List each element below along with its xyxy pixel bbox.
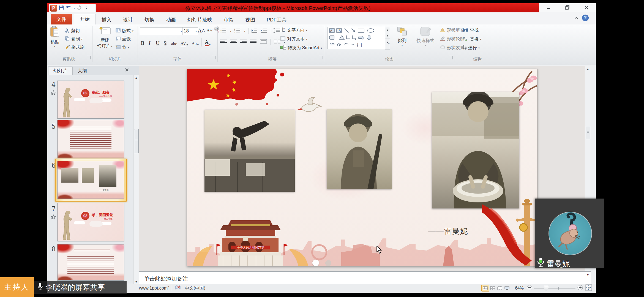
text-shadow-button[interactable]: S [163, 38, 167, 47]
align-left-icon[interactable] [220, 39, 227, 45]
tab-review[interactable]: 审阅 [218, 15, 239, 24]
text-direction-button[interactable]: A 文字方向▾ [280, 27, 307, 34]
slide-progress-dot[interactable] [325, 260, 331, 266]
strikethrough-button[interactable]: abc [171, 38, 177, 47]
scrollbar-thumb[interactable] [586, 126, 590, 139]
collapse-ribbon-icon[interactable] [574, 16, 579, 21]
zoom-slider[interactable] [534, 285, 575, 291]
tab-outline-pane[interactable]: 大纲 [73, 67, 92, 75]
align-right-icon[interactable] [240, 39, 247, 45]
gallery-up-icon[interactable]: ▲ [385, 27, 390, 33]
cut-button[interactable]: 剪切 [65, 27, 80, 34]
scroll-up-icon[interactable]: ▲ [585, 66, 591, 72]
spell-check-icon[interactable] [175, 285, 181, 292]
shapes-gallery[interactable]: A A [328, 27, 385, 49]
line-spacing-icon[interactable] [273, 28, 280, 34]
font-size-combo[interactable]: 18▾ [182, 27, 198, 35]
gallery-down-icon[interactable]: ▼ [385, 33, 390, 38]
title-bar[interactable]: P ▾ ▾ 微立体风格学习雷锋精神宣传活动ppt模板 - Microsoft P… [47, 3, 596, 12]
select-button[interactable]: 选择▾ [462, 44, 480, 51]
new-slide-button[interactable]: 新建 幻灯片 ▾ [96, 26, 114, 49]
reading-view-button[interactable] [496, 285, 503, 291]
slides-panel-scrollbar[interactable]: ▲ ▼ [133, 75, 139, 284]
find-button[interactable]: 查找 [462, 27, 479, 34]
format-painter-button[interactable]: 格式刷 [65, 44, 84, 51]
help-icon[interactable]: ? [582, 15, 589, 21]
scrollbar-thumb[interactable] [134, 129, 139, 153]
underline-button[interactable]: U [156, 38, 160, 47]
increase-font-size-icon[interactable]: A˄ [198, 27, 205, 34]
slide-sorter-view-button[interactable] [489, 285, 496, 291]
tab-animations[interactable]: 动画 [160, 15, 182, 24]
slide-7-thumbnail[interactable]: 03 孝、爱国爱党 ——第三小组 [57, 203, 124, 241]
close-pane-icon[interactable] [125, 68, 129, 73]
tab-insert[interactable]: 插入 [96, 15, 117, 24]
participant-mic-icon[interactable] [536, 257, 545, 269]
slide-progress-dot-active[interactable] [312, 260, 319, 266]
change-case-button[interactable]: Aa▾ [192, 38, 199, 47]
font-dialog-launcher-icon[interactable] [212, 56, 215, 59]
participant-video-tile[interactable]: 雷曼妮 [535, 199, 604, 268]
photo-leifeng-rifle-portrait[interactable] [327, 109, 392, 189]
tab-pdf-tools[interactable]: PDF工具 [261, 15, 292, 24]
slide-6-canvas[interactable]: ——雷曼妮 [187, 69, 537, 266]
slide-6-thumbnail[interactable]: ——雷曼妮 [57, 161, 124, 199]
slide-5-thumbnail[interactable] [57, 120, 124, 158]
slide-8-thumbnail[interactable] [57, 244, 124, 280]
bold-button[interactable]: B [141, 38, 144, 47]
photo-leifeng-washing[interactable] [432, 92, 519, 208]
notes-scroll-down-icon[interactable]: ▼ [586, 273, 590, 277]
arrange-button[interactable]: 排列 ▾ [394, 26, 410, 47]
character-spacing-button[interactable]: AV▾ [181, 38, 188, 47]
tab-design[interactable]: 设计 [117, 15, 139, 24]
increase-indent-icon[interactable] [261, 28, 267, 34]
drawing-dialog-launcher-icon[interactable] [449, 56, 453, 59]
align-text-button[interactable]: 对齐文本▾ [280, 35, 307, 43]
clipboard-dialog-launcher-icon[interactable] [87, 56, 91, 59]
fit-to-window-button[interactable] [585, 284, 592, 292]
minimize-button[interactable] [545, 4, 552, 12]
italic-button[interactable]: I [149, 38, 150, 47]
tab-home[interactable]: 开始 [74, 14, 96, 24]
photo-leifeng-pommel-horse[interactable] [204, 110, 295, 192]
paste-button[interactable]: 粘贴 ▾ [50, 26, 60, 48]
tab-transitions[interactable]: 切换 [139, 15, 160, 24]
font-name-combo[interactable]: ▾ [140, 27, 183, 35]
zoom-in-button[interactable] [577, 285, 583, 292]
convert-smartart-button[interactable]: 转换为 SmartArt▾ [280, 44, 322, 51]
shapes-gallery-scroll[interactable]: ▲ ▼ ▼̲ [385, 27, 390, 50]
layout-button[interactable]: 版式▾ [116, 27, 133, 34]
replace-button[interactable]: abac 替换▾ [462, 35, 481, 43]
zoom-slider-thumb[interactable] [544, 286, 548, 291]
slideshow-view-button[interactable] [503, 285, 511, 291]
notes-pane[interactable]: 单击此处添加备注 ▼ [139, 271, 591, 285]
align-center-icon[interactable] [230, 39, 237, 45]
reset-button[interactable]: 重设 [116, 35, 131, 43]
columns-icon[interactable] [274, 39, 280, 45]
font-color-button[interactable]: A▾ [205, 38, 211, 47]
tab-slideshow[interactable]: 幻灯片放映 [182, 15, 218, 24]
numbering-icon[interactable]: 123 [234, 28, 241, 34]
section-button[interactable]: 节▾ [116, 44, 129, 51]
zoom-out-button[interactable] [526, 285, 533, 292]
notes-placeholder[interactable]: 单击此处添加备注 [144, 275, 188, 282]
justify-icon[interactable] [250, 39, 256, 45]
tab-slides-pane[interactable]: 幻灯片 [48, 67, 73, 75]
copy-button[interactable]: 复制 ▾ [65, 35, 83, 43]
slide-4-thumbnail[interactable]: 02 奉献、勤奋 ——第二小组 [57, 81, 124, 119]
scroll-up-icon[interactable]: ▲ [133, 75, 139, 81]
language-indicator[interactable]: 中文(中国) [185, 285, 205, 291]
zoom-percent[interactable]: 64% [515, 286, 524, 291]
bullets-icon[interactable] [220, 28, 227, 34]
normal-view-button[interactable] [481, 285, 489, 292]
clear-formatting-icon[interactable]: Aa [214, 27, 221, 34]
maximize-button[interactable] [564, 4, 571, 12]
quick-styles-button[interactable]: 快速样式 ▾ [413, 26, 438, 47]
paragraph-dialog-launcher-icon[interactable] [319, 56, 323, 59]
distribute-text-icon[interactable] [260, 39, 267, 45]
decrease-indent-icon[interactable] [251, 28, 258, 34]
tab-file[interactable]: 文件 [51, 14, 72, 24]
decrease-font-size-icon[interactable]: A˅ [206, 28, 212, 34]
close-button[interactable] [583, 4, 590, 12]
tab-view[interactable]: 视图 [239, 15, 261, 24]
